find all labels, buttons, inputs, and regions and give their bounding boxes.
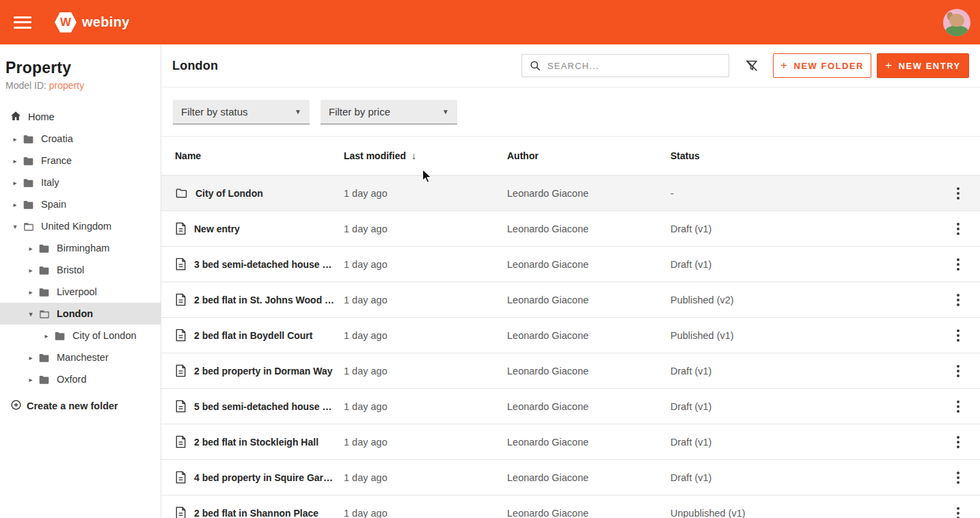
- sidebar-item-label: Liverpool: [57, 286, 97, 297]
- clear-filters-icon[interactable]: [744, 58, 759, 73]
- row-name: 5 bed semi-detached house …: [194, 401, 332, 412]
- chevron-right-icon[interactable]: ▸: [41, 332, 52, 340]
- folder-icon: [23, 178, 36, 188]
- kebab-menu-icon[interactable]: [950, 434, 966, 450]
- kebab-menu-icon[interactable]: [950, 398, 966, 415]
- sidebar-item-united-kingdom[interactable]: ▾United Kingdom: [0, 215, 161, 237]
- sidebar-item-oxford[interactable]: ▸Oxford: [0, 368, 161, 390]
- sidebar-item-france[interactable]: ▸France: [0, 150, 161, 172]
- hexagon-logo-icon: W: [55, 12, 77, 33]
- row-author: Leonardo Giacone: [507, 223, 670, 234]
- model-id-link[interactable]: property: [49, 80, 84, 91]
- create-folder-label: Create a new folder: [27, 400, 118, 411]
- kebab-menu-icon[interactable]: [950, 469, 966, 486]
- sidebar: Property Model ID: property Home ▸Croati…: [0, 44, 161, 518]
- user-avatar[interactable]: [943, 9, 970, 36]
- sidebar-item-london[interactable]: ▾London: [0, 303, 161, 325]
- table-row-new-entry[interactable]: New entry1 day agoLeonardo GiaconeDraft …: [161, 211, 980, 247]
- sidebar-item-italy[interactable]: ▸Italy: [0, 172, 161, 193]
- row-last-modified: 1 day ago: [344, 508, 507, 518]
- filter-by-status-select[interactable]: Filter by status ▼: [173, 100, 310, 124]
- table-body: City of London1 day agoLeonardo Giacone-…: [161, 176, 980, 518]
- sidebar-item-birmingham[interactable]: ▸Birmingham: [0, 237, 161, 259]
- row-status: Published (v2): [670, 295, 942, 305]
- search-input[interactable]: [547, 55, 722, 77]
- kebab-menu-icon[interactable]: [950, 292, 966, 308]
- chevron-down-icon: ▼: [295, 108, 301, 115]
- search-box: [521, 54, 729, 77]
- document-icon: [175, 222, 187, 235]
- chevron-right-icon[interactable]: ▸: [25, 267, 36, 274]
- row-status: Published (v1): [670, 330, 942, 341]
- sidebar-item-liverpool[interactable]: ▸Liverpool: [0, 281, 161, 303]
- chevron-down-icon[interactable]: ▾: [10, 223, 21, 230]
- chevron-down-icon[interactable]: ▾: [25, 310, 36, 318]
- chevron-right-icon[interactable]: ▸: [25, 288, 36, 296]
- table-row-3-bed-semi-detached-house[interactable]: 3 bed semi-detached house …1 day agoLeon…: [161, 247, 980, 282]
- page-title: London: [172, 59, 218, 73]
- folder-icon: [38, 353, 52, 363]
- document-icon: [175, 364, 187, 377]
- row-author: Leonardo Giacone: [507, 401, 670, 412]
- folder-icon: [38, 287, 52, 297]
- chevron-right-icon[interactable]: ▸: [10, 201, 21, 208]
- row-author: Leonardo Giacone: [507, 508, 670, 518]
- filter-by-price-select[interactable]: Filter by price ▼: [321, 100, 457, 124]
- row-last-modified: 1 day ago: [344, 223, 507, 234]
- chevron-right-icon[interactable]: ▸: [10, 135, 21, 143]
- webiny-logo[interactable]: W webiny: [55, 12, 130, 33]
- column-header-last-modified[interactable]: Last modified ↓: [344, 150, 507, 161]
- sidebar-item-label: United Kingdom: [41, 221, 111, 232]
- kebab-menu-icon[interactable]: [950, 363, 966, 379]
- model-id: Model ID: property: [5, 80, 155, 91]
- folder-icon: [23, 200, 36, 210]
- table-row-2-bed-flat-in-st-johns-wood[interactable]: 2 bed flat in St. Johns Wood …1 day agoL…: [161, 282, 980, 318]
- sidebar-item-bristol[interactable]: ▸Bristol: [0, 259, 161, 281]
- document-icon: [175, 293, 187, 306]
- chevron-right-icon[interactable]: ▸: [25, 376, 36, 383]
- kebab-menu-icon[interactable]: [950, 256, 966, 273]
- document-icon: [175, 258, 187, 271]
- topbar: W webiny: [0, 0, 980, 44]
- new-folder-button[interactable]: + NEW FOLDER: [773, 53, 871, 78]
- create-folder-button[interactable]: Create a new folder: [0, 399, 161, 413]
- column-header-author: Author: [507, 150, 670, 161]
- chevron-right-icon[interactable]: ▸: [25, 245, 36, 252]
- column-header-name[interactable]: Name: [175, 150, 344, 161]
- kebab-menu-icon[interactable]: [950, 327, 966, 344]
- row-author: Leonardo Giacone: [507, 472, 670, 483]
- folder-tree: ▸Croatia▸France▸Italy▸Spain▾United Kingd…: [0, 128, 161, 390]
- folder-open-icon: [23, 221, 36, 232]
- chevron-right-icon[interactable]: ▸: [10, 179, 21, 187]
- sidebar-item-city-of-london[interactable]: ▸City of London: [0, 325, 161, 346]
- brand-name: webiny: [82, 14, 130, 30]
- chevron-right-icon[interactable]: ▸: [10, 157, 21, 165]
- search-icon: [529, 59, 541, 72]
- new-entry-button[interactable]: + NEW ENTRY: [877, 53, 969, 78]
- kebab-menu-icon[interactable]: [950, 505, 966, 518]
- table-row-city-of-london[interactable]: City of London1 day agoLeonardo Giacone-: [161, 176, 980, 211]
- table-row-2-bed-flat-in-boydell-court[interactable]: 2 bed flat in Boydell Court1 day agoLeon…: [161, 318, 980, 353]
- row-last-modified: 1 day ago: [344, 295, 507, 305]
- table-header: Name Last modified ↓ Author Status: [161, 137, 980, 176]
- row-status: Draft (v1): [670, 259, 942, 270]
- sidebar-item-home[interactable]: Home: [0, 106, 161, 128]
- table-row-5-bed-semi-detached-house[interactable]: 5 bed semi-detached house …1 day agoLeon…: [161, 389, 980, 424]
- table-row-2-bed-flat-in-shannon-place[interactable]: 2 bed flat in Shannon Place1 day agoLeon…: [161, 495, 980, 518]
- sidebar-item-spain[interactable]: ▸Spain: [0, 193, 161, 215]
- kebab-menu-icon[interactable]: [950, 185, 966, 202]
- hamburger-menu-icon[interactable]: [14, 16, 31, 29]
- row-last-modified: 1 day ago: [344, 259, 507, 270]
- row-name: 4 bed property in Squire Gar…: [194, 472, 333, 483]
- folder-icon: [38, 243, 52, 254]
- table-row-4-bed-property-in-squire-gar[interactable]: 4 bed property in Squire Gar…1 day agoLe…: [161, 460, 980, 495]
- chevron-right-icon[interactable]: ▸: [25, 354, 36, 362]
- sidebar-item-croatia[interactable]: ▸Croatia: [0, 128, 161, 150]
- folder-icon: [38, 265, 52, 275]
- kebab-menu-icon[interactable]: [950, 221, 966, 237]
- row-author: Leonardo Giacone: [507, 366, 670, 377]
- document-icon: [175, 400, 187, 413]
- sidebar-item-manchester[interactable]: ▸Manchester: [0, 346, 161, 368]
- table-row-2-bed-property-in-dorman-way[interactable]: 2 bed property in Dorman Way1 day agoLeo…: [161, 353, 980, 389]
- table-row-2-bed-flat-in-stockleigh-hall[interactable]: 2 bed flat in Stockleigh Hall1 day agoLe…: [161, 424, 980, 460]
